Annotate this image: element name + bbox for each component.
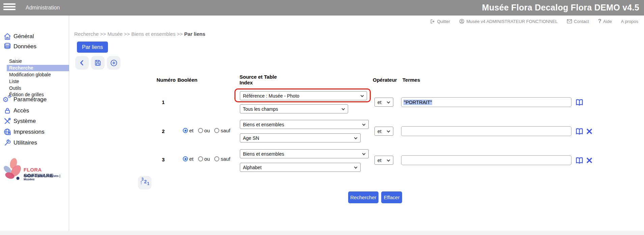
index-select-row2[interactable]: Age SN [240, 133, 361, 142]
operator-select[interactable]: et [374, 98, 393, 107]
sidebar-item-outils[interactable]: Outils [9, 85, 21, 91]
hamburger-menu-icon[interactable] [3, 3, 16, 12]
operator-select-row3[interactable]: et [374, 156, 393, 165]
source-select[interactable]: Référence : Musée - Photo [240, 91, 367, 100]
lexicon-button-row1[interactable] [575, 98, 584, 107]
terms-input-row1[interactable]: "PORTRAIT" [401, 97, 571, 107]
sidebar-item-saisie[interactable]: Saisie [9, 58, 22, 64]
sidebar-item-liste[interactable]: Liste [9, 79, 19, 84]
logout-link[interactable]: Quitter [430, 19, 450, 24]
radio-sauf[interactable]: sauf [214, 156, 230, 162]
index-select[interactable]: Age SN [240, 133, 361, 142]
toolbar [75, 56, 120, 70]
index-select-row1[interactable]: Tous les champs [240, 104, 348, 113]
globe-printer-icon [3, 128, 12, 136]
index-select[interactable]: Alphabet [240, 163, 361, 172]
top-links-bar: Quitter Musée v4 ADMINISTRATEUR FONCTION… [430, 18, 638, 24]
gears-icon: ⚙⚙ [3, 95, 12, 104]
database-icon [3, 42, 12, 51]
flora-software-logo: FLORA SOFTWARE Bibliothèques | Archives … [2, 157, 68, 184]
question-icon: ? [598, 18, 601, 24]
save-icon [94, 59, 102, 67]
chevron-left-icon [78, 59, 86, 67]
lock-icon [3, 106, 12, 115]
index-select-row3[interactable]: Alphabet [240, 163, 361, 172]
open-book-icon [575, 98, 584, 107]
user-account-link[interactable]: Musée v4 ADMINISTRATEUR FONCTIONNEL [459, 19, 558, 24]
about-link[interactable]: A propos [621, 19, 638, 24]
tools-icon [3, 117, 12, 126]
plus-circle-icon [110, 59, 118, 67]
row-number: 2 [160, 128, 167, 134]
delete-row-button-row3[interactable] [585, 156, 594, 165]
radio-ou[interactable]: ou [198, 128, 210, 133]
search-button[interactable]: Rechercher [348, 191, 379, 203]
user-icon [459, 19, 465, 24]
radio-et[interactable]: et [183, 156, 194, 162]
column-header-operateur: Opérateur [373, 77, 397, 83]
column-header-booleen: Booléen [177, 77, 197, 83]
wrench-icon [3, 138, 12, 147]
column-header-source: Source et Table Index [240, 74, 277, 85]
source-select-row3[interactable]: Biens et ensembles [240, 149, 369, 158]
x-icon [585, 127, 593, 135]
index-select[interactable]: Tous les champs [240, 104, 348, 113]
source-select-row2[interactable]: Biens et ensembles [240, 120, 369, 129]
radio-et[interactable]: et [183, 128, 194, 133]
column-header-termes: Termes [402, 77, 420, 83]
terms-input-row3[interactable] [401, 155, 571, 165]
row-number: 3 [160, 157, 167, 162]
radio-ou[interactable]: ou [198, 156, 210, 162]
breadcrumb-current: Par liens [184, 31, 205, 37]
operator-select-row2[interactable]: et [374, 127, 393, 136]
column-header-numero: Numéro [157, 77, 176, 83]
contact-link[interactable]: Contact [567, 19, 589, 24]
operator-select[interactable]: et [374, 156, 393, 165]
home-icon [3, 32, 12, 41]
back-button[interactable] [75, 56, 89, 70]
tab-par-liens[interactable]: Par liens [77, 42, 108, 53]
add-button[interactable] [107, 56, 120, 70]
operator-select-row1[interactable]: et [374, 98, 393, 107]
breadcrumb: Recherche >> Musée >> Biens et ensembles… [74, 31, 205, 37]
selected-text: "PORTRAIT" [403, 100, 432, 105]
sidebar-item-recherche-active[interactable]: Recherche [7, 65, 69, 71]
boolean-radio-group-row3: et ou sauf [183, 156, 230, 162]
operator-select[interactable]: et [374, 127, 393, 136]
flora-petals-icon [2, 157, 23, 184]
lexicon-button-row3[interactable] [575, 156, 584, 165]
logo-tagline: Bibliothèques | Archives | Musées [24, 174, 68, 181]
clear-button[interactable]: Effacer [381, 191, 402, 203]
terms-input-row2[interactable] [401, 126, 571, 136]
lexicon-button-row2[interactable] [575, 127, 584, 136]
source-select-row1[interactable]: Référence : Musée - Photo [240, 91, 367, 100]
save-button[interactable] [91, 56, 105, 70]
x-icon [585, 156, 593, 164]
application-window: Administration Musée Flora Decalog Flora… [0, 0, 644, 235]
delete-row-button-row2[interactable] [585, 127, 594, 136]
row-number: 1 [160, 99, 167, 105]
sidebar: Général Données Saisie Recherche Modific… [0, 16, 69, 235]
page-bottom-strip [0, 231, 644, 235]
help-link[interactable]: ? Aide [598, 18, 612, 24]
open-book-icon [575, 156, 584, 165]
sort-numeric-button[interactable]: 3 ↑ 2 1 [138, 176, 151, 189]
source-select[interactable]: Biens et ensembles [240, 120, 369, 129]
radio-sauf[interactable]: sauf [214, 128, 230, 133]
boolean-radio-group-row2: et ou sauf [183, 128, 230, 133]
sidebar-item-modification-globale[interactable]: Modification globale [9, 72, 51, 77]
logout-icon [430, 19, 435, 24]
source-select[interactable]: Biens et ensembles [240, 149, 369, 158]
top-header-bar: Administration Musée Flora Decalog Flora… [0, 0, 644, 16]
open-book-icon [575, 127, 584, 136]
envelope-icon [567, 19, 572, 24]
app-label: Administration [26, 0, 60, 16]
page-title: Musée Flora Decalog Flora DEMO v4.5 [482, 0, 639, 15]
